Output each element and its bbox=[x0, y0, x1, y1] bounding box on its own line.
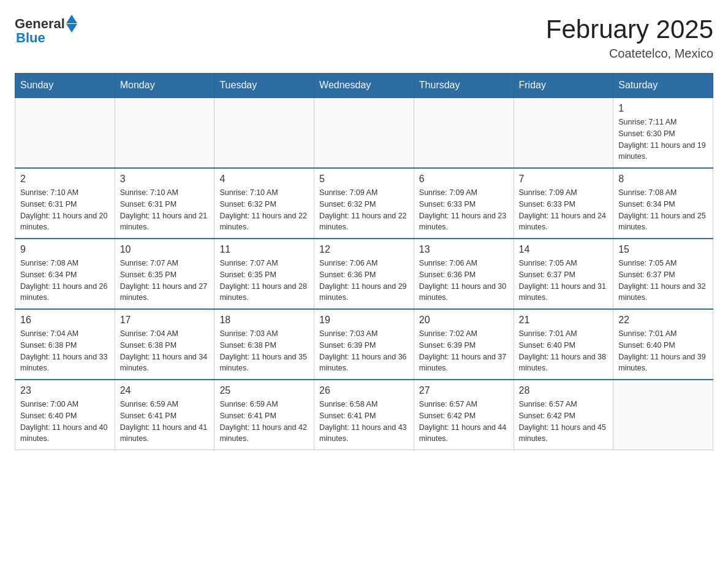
day-info: Sunrise: 7:00 AM Sunset: 6:40 PM Dayligh… bbox=[20, 399, 110, 445]
day-info: Sunrise: 7:07 AM Sunset: 6:35 PM Dayligh… bbox=[219, 258, 309, 304]
weekday-header-row: SundayMondayTuesdayWednesdayThursdayFrid… bbox=[15, 74, 713, 98]
calendar-cell: 14Sunrise: 7:05 AM Sunset: 6:37 PM Dayli… bbox=[514, 239, 613, 309]
day-number: 5 bbox=[319, 174, 409, 185]
day-info: Sunrise: 7:01 AM Sunset: 6:40 PM Dayligh… bbox=[618, 328, 708, 374]
calendar-cell: 19Sunrise: 7:03 AM Sunset: 6:39 PM Dayli… bbox=[314, 309, 414, 380]
weekday-header-monday: Monday bbox=[115, 74, 214, 98]
day-info: Sunrise: 7:05 AM Sunset: 6:37 PM Dayligh… bbox=[519, 258, 609, 304]
page-header: General Blue February 2025 Coatetelco, M… bbox=[15, 15, 713, 61]
day-number: 24 bbox=[120, 385, 210, 396]
logo-general-text: General bbox=[15, 16, 65, 32]
week-row-1: 1Sunrise: 7:11 AM Sunset: 6:30 PM Daylig… bbox=[15, 98, 713, 168]
day-info: Sunrise: 7:08 AM Sunset: 6:34 PM Dayligh… bbox=[20, 258, 110, 304]
day-number: 21 bbox=[519, 315, 609, 326]
calendar-cell: 12Sunrise: 7:06 AM Sunset: 6:36 PM Dayli… bbox=[314, 239, 414, 309]
day-number: 26 bbox=[319, 385, 409, 396]
logo-blue-text: Blue bbox=[16, 30, 45, 46]
day-info: Sunrise: 7:04 AM Sunset: 6:38 PM Dayligh… bbox=[120, 328, 210, 374]
week-row-4: 16Sunrise: 7:04 AM Sunset: 6:38 PM Dayli… bbox=[15, 309, 713, 380]
day-info: Sunrise: 7:10 AM Sunset: 6:32 PM Dayligh… bbox=[219, 187, 309, 233]
calendar-cell: 4Sunrise: 7:10 AM Sunset: 6:32 PM Daylig… bbox=[214, 168, 314, 239]
day-number: 18 bbox=[219, 315, 309, 326]
day-info: Sunrise: 7:10 AM Sunset: 6:31 PM Dayligh… bbox=[20, 187, 110, 233]
day-number: 15 bbox=[618, 244, 708, 255]
calendar-cell: 13Sunrise: 7:06 AM Sunset: 6:36 PM Dayli… bbox=[414, 239, 514, 309]
calendar-cell: 17Sunrise: 7:04 AM Sunset: 6:38 PM Dayli… bbox=[115, 309, 214, 380]
day-info: Sunrise: 6:58 AM Sunset: 6:41 PM Dayligh… bbox=[319, 399, 409, 445]
day-info: Sunrise: 6:57 AM Sunset: 6:42 PM Dayligh… bbox=[419, 399, 509, 445]
calendar-cell: 10Sunrise: 7:07 AM Sunset: 6:35 PM Dayli… bbox=[115, 239, 214, 309]
calendar-cell: 5Sunrise: 7:09 AM Sunset: 6:32 PM Daylig… bbox=[314, 168, 414, 239]
title-section: February 2025 Coatetelco, Mexico bbox=[546, 15, 713, 61]
day-info: Sunrise: 7:04 AM Sunset: 6:38 PM Dayligh… bbox=[20, 328, 110, 374]
calendar-cell: 24Sunrise: 6:59 AM Sunset: 6:41 PM Dayli… bbox=[115, 380, 214, 450]
day-number: 20 bbox=[419, 315, 509, 326]
day-info: Sunrise: 7:09 AM Sunset: 6:32 PM Dayligh… bbox=[319, 187, 409, 233]
calendar-cell: 16Sunrise: 7:04 AM Sunset: 6:38 PM Dayli… bbox=[15, 309, 115, 380]
week-row-2: 2Sunrise: 7:10 AM Sunset: 6:31 PM Daylig… bbox=[15, 168, 713, 239]
calendar-cell: 2Sunrise: 7:10 AM Sunset: 6:31 PM Daylig… bbox=[15, 168, 115, 239]
day-info: Sunrise: 6:59 AM Sunset: 6:41 PM Dayligh… bbox=[120, 399, 210, 445]
calendar-cell: 15Sunrise: 7:05 AM Sunset: 6:37 PM Dayli… bbox=[613, 239, 713, 309]
day-number: 16 bbox=[20, 315, 110, 326]
day-number: 8 bbox=[618, 174, 708, 185]
day-number: 4 bbox=[219, 174, 309, 185]
calendar-cell: 1Sunrise: 7:11 AM Sunset: 6:30 PM Daylig… bbox=[613, 98, 713, 168]
day-info: Sunrise: 7:09 AM Sunset: 6:33 PM Dayligh… bbox=[519, 187, 609, 233]
weekday-header-tuesday: Tuesday bbox=[214, 74, 314, 98]
calendar-cell bbox=[314, 98, 414, 168]
calendar-cell: 23Sunrise: 7:00 AM Sunset: 6:40 PM Dayli… bbox=[15, 380, 115, 450]
calendar-cell: 25Sunrise: 6:59 AM Sunset: 6:41 PM Dayli… bbox=[214, 380, 314, 450]
day-info: Sunrise: 7:11 AM Sunset: 6:30 PM Dayligh… bbox=[618, 117, 708, 163]
calendar-cell: 22Sunrise: 7:01 AM Sunset: 6:40 PM Dayli… bbox=[613, 309, 713, 380]
week-row-5: 23Sunrise: 7:00 AM Sunset: 6:40 PM Dayli… bbox=[15, 380, 713, 450]
calendar-cell: 3Sunrise: 7:10 AM Sunset: 6:31 PM Daylig… bbox=[115, 168, 214, 239]
day-number: 23 bbox=[20, 385, 110, 396]
calendar-cell: 9Sunrise: 7:08 AM Sunset: 6:34 PM Daylig… bbox=[15, 239, 115, 309]
calendar-cell: 26Sunrise: 6:58 AM Sunset: 6:41 PM Dayli… bbox=[314, 380, 414, 450]
location-title: Coatetelco, Mexico bbox=[546, 47, 713, 61]
weekday-header-wednesday: Wednesday bbox=[314, 74, 414, 98]
weekday-header-thursday: Thursday bbox=[414, 74, 514, 98]
calendar-cell bbox=[15, 98, 115, 168]
day-number: 12 bbox=[319, 244, 409, 255]
calendar-cell: 18Sunrise: 7:03 AM Sunset: 6:38 PM Dayli… bbox=[214, 309, 314, 380]
logo: General Blue bbox=[15, 15, 77, 46]
day-info: Sunrise: 7:09 AM Sunset: 6:33 PM Dayligh… bbox=[419, 187, 509, 233]
day-number: 22 bbox=[618, 315, 708, 326]
calendar-cell bbox=[115, 98, 214, 168]
day-info: Sunrise: 7:03 AM Sunset: 6:39 PM Dayligh… bbox=[319, 328, 409, 374]
calendar-table: SundayMondayTuesdayWednesdayThursdayFrid… bbox=[15, 73, 713, 450]
day-info: Sunrise: 7:06 AM Sunset: 6:36 PM Dayligh… bbox=[419, 258, 509, 304]
day-number: 19 bbox=[319, 315, 409, 326]
calendar-cell: 6Sunrise: 7:09 AM Sunset: 6:33 PM Daylig… bbox=[414, 168, 514, 239]
weekday-header-sunday: Sunday bbox=[15, 74, 115, 98]
day-info: Sunrise: 7:03 AM Sunset: 6:38 PM Dayligh… bbox=[219, 328, 309, 374]
day-info: Sunrise: 7:02 AM Sunset: 6:39 PM Dayligh… bbox=[419, 328, 509, 374]
day-info: Sunrise: 7:10 AM Sunset: 6:31 PM Dayligh… bbox=[120, 187, 210, 233]
weekday-header-friday: Friday bbox=[514, 74, 613, 98]
calendar-cell: 8Sunrise: 7:08 AM Sunset: 6:34 PM Daylig… bbox=[613, 168, 713, 239]
day-info: Sunrise: 7:06 AM Sunset: 6:36 PM Dayligh… bbox=[319, 258, 409, 304]
day-number: 6 bbox=[419, 174, 509, 185]
day-number: 11 bbox=[219, 244, 309, 255]
day-number: 28 bbox=[519, 385, 609, 396]
calendar-cell: 27Sunrise: 6:57 AM Sunset: 6:42 PM Dayli… bbox=[414, 380, 514, 450]
day-number: 14 bbox=[519, 244, 609, 255]
calendar-cell bbox=[514, 98, 613, 168]
calendar-cell: 7Sunrise: 7:09 AM Sunset: 6:33 PM Daylig… bbox=[514, 168, 613, 239]
calendar-cell bbox=[214, 98, 314, 168]
day-number: 3 bbox=[120, 174, 210, 185]
week-row-3: 9Sunrise: 7:08 AM Sunset: 6:34 PM Daylig… bbox=[15, 239, 713, 309]
day-info: Sunrise: 6:57 AM Sunset: 6:42 PM Dayligh… bbox=[519, 399, 609, 445]
day-number: 27 bbox=[419, 385, 509, 396]
calendar-cell: 20Sunrise: 7:02 AM Sunset: 6:39 PM Dayli… bbox=[414, 309, 514, 380]
day-info: Sunrise: 7:08 AM Sunset: 6:34 PM Dayligh… bbox=[618, 187, 708, 233]
day-number: 2 bbox=[20, 174, 110, 185]
month-title: February 2025 bbox=[546, 15, 713, 44]
day-number: 17 bbox=[120, 315, 210, 326]
day-info: Sunrise: 7:05 AM Sunset: 6:37 PM Dayligh… bbox=[618, 258, 708, 304]
calendar-cell: 28Sunrise: 6:57 AM Sunset: 6:42 PM Dayli… bbox=[514, 380, 613, 450]
day-info: Sunrise: 7:07 AM Sunset: 6:35 PM Dayligh… bbox=[120, 258, 210, 304]
weekday-header-saturday: Saturday bbox=[613, 74, 713, 98]
